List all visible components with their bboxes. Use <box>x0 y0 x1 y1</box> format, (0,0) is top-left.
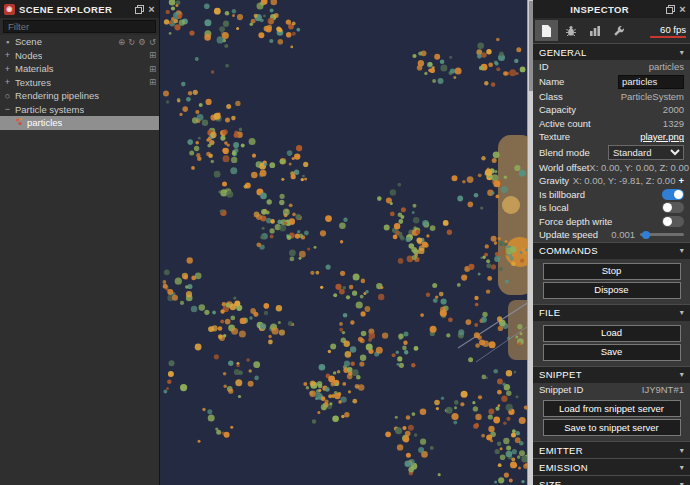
tree-item-label: particles <box>27 117 62 128</box>
blend-mode-select[interactable]: Standard <box>608 145 684 160</box>
tree-item-label: Materials <box>15 63 54 74</box>
property-label: Snippet ID <box>539 384 583 395</box>
popup-window-icon[interactable] <box>135 5 144 14</box>
close-icon[interactable]: × <box>148 4 155 15</box>
property-label: Is billboard <box>539 189 585 200</box>
save-to-snippet-server-button[interactable]: Save to snippet server <box>543 419 681 436</box>
dispose-button[interactable]: Dispose <box>543 282 681 299</box>
section-header-emitter[interactable]: EMITTER ▾ <box>533 441 690 458</box>
tree-item-materials[interactable]: + Materials ⊞ <box>0 62 159 76</box>
chevron-down-icon: ▾ <box>680 246 684 255</box>
property-row-active-count: Active count 1329 <box>533 117 690 131</box>
expand-all-icon[interactable]: ⊞ <box>149 64 156 74</box>
property-row-gravity: Gravity X: 0.00, Y: -9.81, Z: 0.00 + <box>533 174 690 188</box>
scene-explorer-panel: ◉ SCENE EXPLORER × ▪ Scene ⊕ ↻ ⚙ ↺ + Nod… <box>0 0 160 485</box>
property-label: Is local <box>539 202 569 213</box>
scrollbar-thumb[interactable] <box>529 1 533 91</box>
section-title: SIZE <box>539 479 561 485</box>
property-row-capacity: Capacity 2000 <box>533 103 690 117</box>
vector-value: X: 0.00, Y: -9.81, Z: 0.00 <box>573 175 676 186</box>
property-label: Gravity <box>539 175 569 186</box>
tree-item-particles[interactable]: particles <box>0 116 159 130</box>
app-logo-icon: ◉ <box>4 4 15 15</box>
tree-item-scene[interactable]: ▪ Scene ⊕ ↻ ⚙ ↺ <box>0 35 159 49</box>
section-header-emission[interactable]: EMISSION ▾ <box>533 458 690 475</box>
property-row-is-billboard: Is billboard <box>533 188 690 202</box>
property-row-texture: Texture player.png <box>533 130 690 144</box>
property-value: 2000 <box>663 104 684 115</box>
property-row-is-local: Is local <box>533 201 690 215</box>
is-billboard-toggle[interactable] <box>662 189 684 200</box>
section-header-general[interactable]: GENERAL ▾ <box>533 43 690 60</box>
texture-link[interactable]: player.png <box>640 131 684 142</box>
collapse-minus-icon[interactable]: − <box>3 104 12 114</box>
update-speed-slider[interactable] <box>640 233 684 236</box>
gear-icon[interactable]: ⚙ <box>138 37 146 47</box>
tree-item-textures[interactable]: + Textures ⊞ <box>0 76 159 90</box>
pick-icon[interactable]: ⊕ <box>118 37 125 47</box>
sync-icon[interactable]: ↺ <box>149 37 156 47</box>
property-label: Update speed <box>539 229 598 240</box>
is-local-toggle[interactable] <box>662 202 684 213</box>
chevron-down-icon: ▾ <box>680 480 684 485</box>
inspector-panel: INSPECTOR × 60 fps GENERAL ▾ ID particle… <box>533 0 690 485</box>
property-row-class: Class ParticleSystem <box>533 90 690 104</box>
scene-viewport[interactable] <box>160 0 527 485</box>
name-input[interactable] <box>618 75 684 89</box>
property-row-blend-mode: Blend mode Standard <box>533 144 690 161</box>
close-icon[interactable]: × <box>679 4 686 15</box>
tree-item-label: Textures <box>15 77 51 88</box>
pipeline-icon: ○ <box>3 91 12 101</box>
property-label: Texture <box>539 131 570 142</box>
property-label: Blend mode <box>539 147 590 158</box>
section-header-size[interactable]: SIZE ▾ <box>533 475 690 485</box>
expand-plus-icon[interactable]: + <box>3 50 12 60</box>
tree-item-label: Scene <box>15 36 42 47</box>
inspector-tabs: 60 fps <box>533 18 690 43</box>
expand-plus-icon[interactable]: + <box>3 64 12 74</box>
load-button[interactable]: Load <box>543 325 681 342</box>
popup-window-icon[interactable] <box>666 5 675 14</box>
chevron-down-icon: ▾ <box>680 48 684 57</box>
section-header-file[interactable]: FILE ▾ <box>533 304 690 321</box>
load-from-snippet-server-button[interactable]: Load from snippet server <box>543 400 681 417</box>
expand-plus-icon[interactable]: + <box>3 77 12 87</box>
slider-value: 0.001 <box>611 229 635 240</box>
tree-item-label: Rendering pipelines <box>15 90 99 101</box>
slider-handle[interactable] <box>642 231 650 239</box>
property-label: Force depth write <box>539 216 612 227</box>
expand-vector-icon[interactable]: + <box>678 175 684 186</box>
tree-item-label: Particle systems <box>15 104 84 115</box>
tree-item-nodes[interactable]: + Nodes ⊞ <box>0 49 159 63</box>
property-label: Name <box>539 76 564 87</box>
property-label: Class <box>539 91 563 102</box>
section-title: SNIPPET <box>539 369 582 380</box>
tab-statistics-chart-icon[interactable] <box>583 20 606 41</box>
tree-item-particle-systems[interactable]: − Particle systems <box>0 103 159 117</box>
refresh-icon[interactable]: ↻ <box>128 37 135 47</box>
section-title: COMMANDS <box>539 245 598 256</box>
property-label: World offset <box>539 162 589 173</box>
property-label: Active count <box>539 118 591 129</box>
inspector-header: INSPECTOR × <box>533 0 690 18</box>
fps-underline <box>650 36 686 38</box>
section-header-commands[interactable]: COMMANDS ▾ <box>533 242 690 259</box>
property-row-name: Name <box>533 74 690 90</box>
chevron-down-icon: ▾ <box>680 463 684 472</box>
tab-debug-bug-icon[interactable] <box>559 20 582 41</box>
save-button[interactable]: Save <box>543 344 681 361</box>
tab-properties-file-icon[interactable] <box>535 20 558 41</box>
tree-item-rendering-pipelines[interactable]: ○ Rendering pipelines <box>0 89 159 103</box>
section-header-snippet[interactable]: SNIPPET ▾ <box>533 366 690 383</box>
tab-tools-wrench-icon[interactable] <box>607 20 630 41</box>
stop-button[interactable]: Stop <box>543 263 681 280</box>
force-depth-write-toggle[interactable] <box>662 216 684 227</box>
expand-all-icon[interactable]: ⊞ <box>149 50 156 60</box>
section-title: GENERAL <box>539 47 587 58</box>
section-title: FILE <box>539 307 560 318</box>
filter-input[interactable] <box>3 20 156 33</box>
expand-all-icon[interactable]: ⊞ <box>149 77 156 87</box>
property-value: 1329 <box>663 118 684 129</box>
property-value: ParticleSystem <box>621 91 684 102</box>
property-label: Capacity <box>539 104 576 115</box>
